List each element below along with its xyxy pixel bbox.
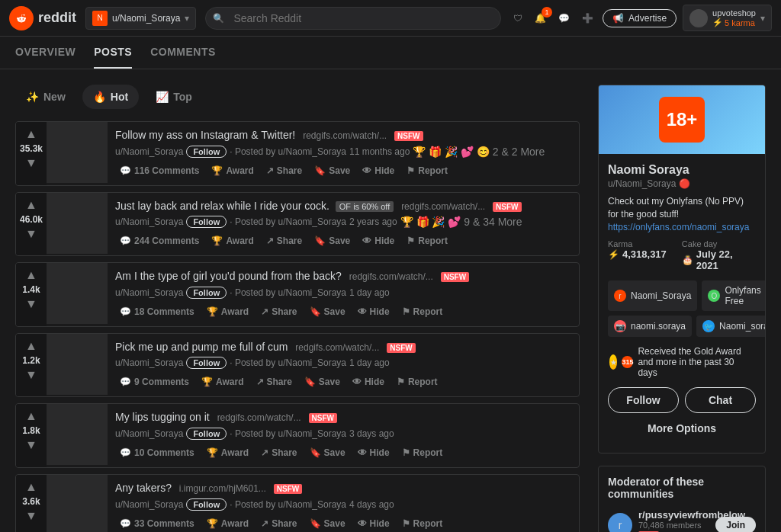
report-button[interactable]: ⚑ Report [402, 162, 452, 179]
share-button[interactable]: ↗ Share [256, 444, 301, 461]
report-button[interactable]: ⚑ Report [402, 232, 452, 249]
search-input[interactable] [205, 7, 501, 30]
notification-icon[interactable]: 🔔 1 [532, 10, 549, 27]
save-button[interactable]: 🔖 Save [310, 162, 355, 179]
post-item[interactable]: ▲ 46.0k ▼ Just lay back and relax while … [15, 192, 580, 257]
post-title: Follow my ass on Instagram & Twitter! re… [115, 128, 571, 143]
save-button[interactable]: 🔖 Save [300, 373, 345, 390]
post-item[interactable]: ▲ 1.8k ▼ My lips tugging on it redgifs.c… [15, 403, 580, 468]
save-button[interactable]: 🔖 Save [310, 232, 355, 249]
plus-icon[interactable]: ➕ [579, 10, 596, 27]
post-meta: u/Naomi_Soraya Follow · Posted by u/Naom… [115, 357, 571, 369]
nsfw-badge: NSFW [387, 343, 415, 353]
report-button[interactable]: ⚑ Report [397, 303, 448, 320]
comments-button[interactable]: 💬 10 Comments [115, 444, 199, 461]
share-button[interactable]: ↗ Share [256, 515, 301, 532]
chat-icon[interactable]: 💬 [555, 10, 573, 27]
follow-author-button[interactable]: Follow [186, 216, 227, 228]
award-button[interactable]: 🏆 Award [202, 444, 253, 461]
upvote-button[interactable]: ▲ [25, 199, 37, 211]
follow-author-button[interactable]: Follow [186, 287, 227, 299]
follow-author-button[interactable]: Follow [186, 498, 227, 511]
post-item[interactable]: ▲ 1.4k ▼ Am I the type of girl you'd pou… [15, 262, 580, 327]
follow-user-button[interactable]: Follow [608, 387, 679, 413]
post-actions: 💬 116 Comments 🏆 Award ↗ Share 🔖 Save 👁 … [115, 162, 571, 179]
report-button[interactable]: ⚑ Report [392, 373, 442, 390]
more-options-button[interactable]: More Options [608, 419, 756, 437]
post-meta: u/Naomi_Soraya Follow · Posted by u/Naom… [115, 498, 571, 511]
user-account-dropdown[interactable]: N u/Naomi_Soraya ▾ [85, 7, 196, 30]
sort-top-button[interactable]: 📈 Top [145, 85, 203, 109]
instagram-link[interactable]: 📷 naomi.soraya [608, 316, 692, 337]
comments-button[interactable]: 💬 116 Comments [115, 162, 204, 179]
tab-posts[interactable]: POSTS [94, 37, 132, 69]
follow-author-button[interactable]: Follow [186, 357, 227, 369]
onlyfans-free-link[interactable]: O Onlyfans Free [702, 280, 766, 311]
comments-button[interactable]: 💬 9 Comments [115, 373, 194, 390]
onlyfans-link[interactable]: https://onlyfans.com/naomi_soraya [608, 222, 749, 232]
community-name[interactable]: r/pussyviewfrombelow [638, 509, 709, 521]
report-button[interactable]: ⚑ Report [397, 515, 448, 532]
downvote-button[interactable]: ▼ [25, 228, 37, 240]
save-button[interactable]: 🔖 Save [305, 444, 350, 461]
username-display: u/Naomi_Soraya [112, 13, 180, 24]
share-button[interactable]: ↗ Share [252, 373, 297, 390]
hide-button[interactable]: 👁 Hide [358, 232, 399, 249]
naomi-soraya-link[interactable]: r Naomi_Soraya [608, 280, 697, 311]
upvoteshop-karma: ⚡ 5 karma [712, 18, 756, 27]
join-community-button[interactable]: Join [715, 517, 756, 532]
share-button[interactable]: ↗ Share [262, 162, 307, 179]
follow-author-button[interactable]: Follow [186, 146, 227, 158]
downvote-button[interactable]: ▼ [25, 439, 37, 451]
upvote-button[interactable]: ▲ [25, 269, 37, 281]
post-item[interactable]: ▲ 35.3k ▼ Follow my ass on Instagram & T… [15, 121, 580, 186]
hide-button[interactable]: 👁 Hide [348, 373, 389, 390]
post-thumbnail [47, 404, 108, 465]
save-button[interactable]: 🔖 Save [305, 303, 350, 320]
post-author: u/Naomi_Soraya [115, 146, 183, 157]
downvote-button[interactable]: ▼ [25, 369, 37, 381]
share-button[interactable]: ↗ Share [256, 303, 301, 320]
award-button[interactable]: 🏆 Award [202, 303, 253, 320]
downvote-button[interactable]: ▼ [25, 157, 37, 169]
upvoteshop-account[interactable]: upvoteshop ⚡ 5 karma ▾ [683, 5, 772, 31]
tab-overview[interactable]: OVERVIEW [15, 37, 76, 69]
upvote-button[interactable]: ▲ [25, 340, 37, 352]
upvote-button[interactable]: ▲ [25, 410, 37, 422]
comments-button[interactable]: 💬 244 Comments [115, 232, 204, 249]
award-button[interactable]: 🏆 Award [202, 515, 253, 532]
share-button[interactable]: ↗ Share [262, 232, 307, 249]
post-item[interactable]: ▲ 3.6k ▼ Any takers? i.imgur.com/hjM601.… [15, 474, 580, 532]
hide-button[interactable]: 👁 Hide [353, 444, 394, 461]
comments-button[interactable]: 💬 33 Comments [115, 515, 199, 532]
save-button[interactable]: 🔖 Save [305, 515, 350, 532]
shield-icon[interactable]: 🛡 [510, 10, 525, 27]
downvote-button[interactable]: ▼ [25, 298, 37, 310]
upvote-button[interactable]: ▲ [25, 128, 37, 140]
hide-button[interactable]: 👁 Hide [353, 515, 394, 532]
nsfw-badge: NSFW [394, 131, 423, 141]
reddit-logo[interactable]: reddit [9, 6, 76, 30]
post-meta: u/Naomi_Soraya Follow · Posted by u/Naom… [115, 428, 571, 440]
vote-count: 3.6k [22, 496, 40, 507]
chat-user-button[interactable]: Chat [685, 387, 756, 413]
upvote-button[interactable]: ▲ [25, 481, 37, 493]
report-button[interactable]: ⚑ Report [397, 444, 448, 461]
sort-hot-button[interactable]: 🔥 Hot [82, 85, 139, 109]
tab-comments[interactable]: COMMENTS [150, 37, 216, 69]
hide-button[interactable]: 👁 Hide [353, 303, 394, 320]
hide-button[interactable]: 👁 Hide [358, 162, 399, 179]
comments-button[interactable]: 💬 18 Comments [115, 303, 199, 320]
follow-author-button[interactable]: Follow [186, 428, 227, 440]
mod-info: r/pussyviewfrombelow 70,486 members nsfw [638, 509, 709, 532]
advertise-button[interactable]: 📢 Advertise [603, 9, 677, 27]
notification-badge: 1 [542, 7, 552, 18]
award-button[interactable]: 🏆 Award [197, 373, 248, 390]
award-button[interactable]: 🏆 Award [207, 162, 258, 179]
award-button[interactable]: 🏆 Award [207, 232, 258, 249]
community-members: 70,486 members [638, 521, 709, 530]
twitter-link[interactable]: 🐦 Naomi_soraya2 [696, 316, 766, 337]
sort-new-button[interactable]: ✨ New [15, 85, 76, 109]
post-item[interactable]: ▲ 1.2k ▼ Pick me up and pump me full of … [15, 333, 580, 398]
downvote-button[interactable]: ▼ [25, 510, 37, 522]
